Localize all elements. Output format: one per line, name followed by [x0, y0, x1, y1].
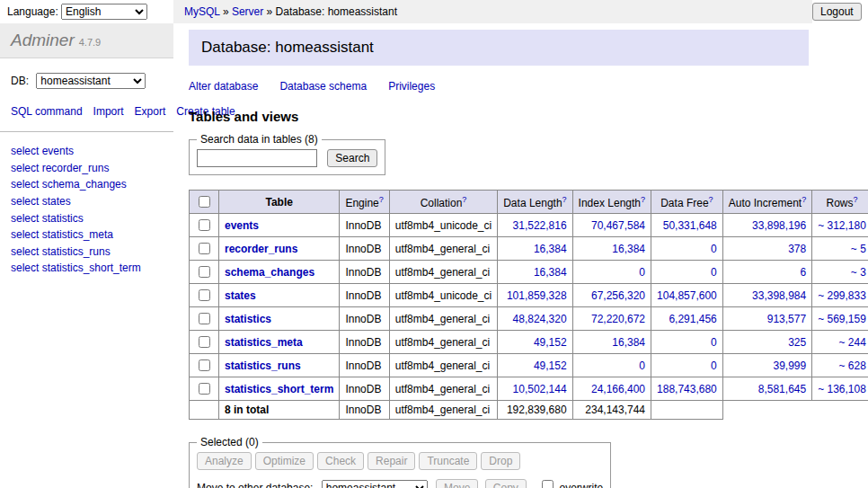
rows-count-link[interactable]: ~ 628 — [839, 359, 866, 372]
copy-button[interactable]: Copy — [485, 479, 527, 488]
breadcrumb-link[interactable]: MySQL — [184, 5, 220, 18]
sidebar-select-recorder_runs[interactable]: select recorder_runs — [11, 160, 163, 177]
row-checkbox[interactable] — [199, 336, 210, 348]
help-link[interactable]: ? — [379, 195, 384, 204]
move-button[interactable]: Move — [436, 479, 478, 488]
data-free-link[interactable]: 104,857,600 — [657, 289, 717, 302]
data-free-cell: 0 — [651, 354, 723, 377]
select-all-checkbox[interactable] — [199, 196, 210, 208]
index-length-link[interactable]: 0 — [639, 266, 645, 279]
table-name-link[interactable]: statistics_short_term — [225, 383, 333, 395]
app-name[interactable]: Adminer — [11, 31, 75, 49]
sidebar-select-statistics_runs[interactable]: select statistics_runs — [11, 244, 163, 261]
table-name-link[interactable]: states — [225, 289, 256, 302]
sidebar-select-statistics[interactable]: select statistics — [11, 210, 163, 227]
table-name-cell: statistics — [219, 307, 340, 331]
index-length-link[interactable]: 16,384 — [612, 243, 645, 255]
data-free-link[interactable]: 0 — [711, 266, 717, 279]
move-db-select[interactable]: homeassistant — [322, 480, 428, 488]
table-name-link[interactable]: events — [225, 219, 259, 232]
sidebar-select-states[interactable]: select states — [11, 193, 163, 210]
index-length-link[interactable]: 72,220,672 — [591, 313, 645, 325]
rows-count-link[interactable]: ~ 136,108 — [818, 383, 866, 395]
auto-increment-link[interactable]: 325 — [788, 336, 806, 349]
analyze-button[interactable]: Analyze — [197, 452, 252, 470]
data-length-link[interactable]: 48,824,320 — [513, 313, 567, 325]
data-length-link[interactable]: 49,152 — [534, 359, 567, 372]
sidebar-link-import[interactable]: Import — [93, 105, 124, 118]
data-length-link[interactable]: 101,859,328 — [507, 289, 567, 302]
drop-button[interactable]: Drop — [481, 452, 520, 470]
search-fieldset: Search data in tables (8) Search — [189, 133, 385, 175]
index-length-link[interactable]: 0 — [639, 359, 645, 372]
sidebar-select-events[interactable]: select events — [11, 143, 163, 160]
sidebar-select-statistics_short_term[interactable]: select statistics_short_term — [11, 260, 163, 277]
sidebar-select-statistics_meta[interactable]: select statistics_meta — [11, 226, 163, 244]
table-name-link[interactable]: statistics_meta — [225, 336, 303, 349]
sidebar-link-sql-command[interactable]: SQL command — [11, 105, 83, 118]
table-name-link[interactable]: recorder_runs — [225, 243, 297, 255]
action-link-alter-database[interactable]: Alter database — [189, 80, 258, 93]
data-length-link[interactable]: 10,502,144 — [513, 383, 567, 395]
auto-increment-link[interactable]: 33,898,196 — [752, 219, 806, 232]
help-link[interactable]: ? — [462, 195, 466, 204]
rows-count-link[interactable]: ~ 299,833 — [818, 289, 866, 302]
rows-count-link[interactable]: ~ 3 — [851, 266, 866, 279]
row-checkbox[interactable] — [199, 383, 210, 395]
data-length-link[interactable]: 49,152 — [534, 336, 567, 349]
row-checkbox[interactable] — [199, 289, 210, 301]
row-checkbox[interactable] — [199, 266, 210, 278]
data-free-link[interactable]: 6,291,456 — [669, 313, 716, 325]
table-name-link[interactable]: schema_changes — [225, 266, 314, 279]
row-checkbox[interactable] — [199, 359, 210, 371]
help-link[interactable]: ? — [802, 195, 806, 204]
data-length-link[interactable]: 31,522,816 — [513, 219, 567, 232]
data-free-link[interactable]: 0 — [711, 359, 717, 372]
data-free-link[interactable]: 0 — [711, 243, 717, 255]
truncate-button[interactable]: Truncate — [419, 452, 477, 470]
index-length-link[interactable]: 24,166,400 — [591, 383, 645, 395]
table-name-link[interactable]: statistics_runs — [225, 359, 301, 372]
help-link[interactable]: ? — [854, 195, 858, 204]
optimize-button[interactable]: Optimize — [255, 452, 314, 470]
rows-count-link[interactable]: ~ 244 — [839, 336, 866, 349]
auto-increment-link[interactable]: 378 — [788, 243, 806, 255]
breadcrumb-link[interactable]: Server — [232, 5, 263, 18]
data-free-link[interactable]: 0 — [711, 336, 717, 349]
language-select[interactable]: English — [61, 4, 147, 20]
action-link-privileges[interactable]: Privileges — [388, 80, 435, 93]
rows-count-link[interactable]: ~ 312,180 — [818, 219, 866, 232]
row-checkbox[interactable] — [199, 219, 210, 231]
index-length-link[interactable]: 67,256,320 — [591, 289, 645, 302]
auto-increment-link[interactable]: 39,999 — [773, 359, 806, 372]
auto-increment-link[interactable]: 33,398,984 — [752, 289, 806, 302]
table-name-link[interactable]: statistics — [225, 313, 271, 325]
row-checkbox[interactable] — [199, 243, 210, 254]
column-header-index-length: Index Length? — [572, 191, 651, 214]
row-checkbox[interactable] — [199, 313, 210, 324]
auto-increment-link[interactable]: 6 — [800, 266, 806, 279]
auto-increment-link[interactable]: 913,577 — [767, 313, 806, 325]
search-button[interactable]: Search — [327, 149, 377, 167]
auto-increment-link[interactable]: 8,581,645 — [758, 383, 806, 395]
data-length-link[interactable]: 16,384 — [534, 266, 567, 279]
data-free-link[interactable]: 50,331,648 — [663, 219, 717, 232]
data-free-link[interactable]: 188,743,680 — [657, 383, 717, 395]
sidebar-link-export[interactable]: Export — [135, 105, 166, 118]
help-link[interactable]: ? — [709, 195, 713, 204]
action-link-database-schema[interactable]: Database schema — [279, 80, 367, 93]
rows-count-link[interactable]: ~ 5 — [851, 243, 866, 255]
search-input[interactable] — [197, 149, 317, 167]
sidebar-select-schema_changes[interactable]: select schema_changes — [11, 176, 163, 193]
logout-button[interactable]: Logout — [812, 3, 862, 21]
check-button[interactable]: Check — [317, 452, 364, 470]
db-select[interactable]: homeassistant — [36, 73, 146, 89]
overwrite-checkbox[interactable] — [542, 480, 554, 488]
index-length-link[interactable]: 16,384 — [612, 336, 645, 349]
rows-count-link[interactable]: ~ 569,159 — [818, 313, 866, 325]
help-link[interactable]: ? — [641, 195, 645, 204]
data-length-link[interactable]: 16,384 — [534, 243, 567, 255]
index-length-link[interactable]: 70,467,584 — [591, 219, 645, 232]
repair-button[interactable]: Repair — [368, 452, 415, 470]
help-link[interactable]: ? — [562, 195, 567, 204]
